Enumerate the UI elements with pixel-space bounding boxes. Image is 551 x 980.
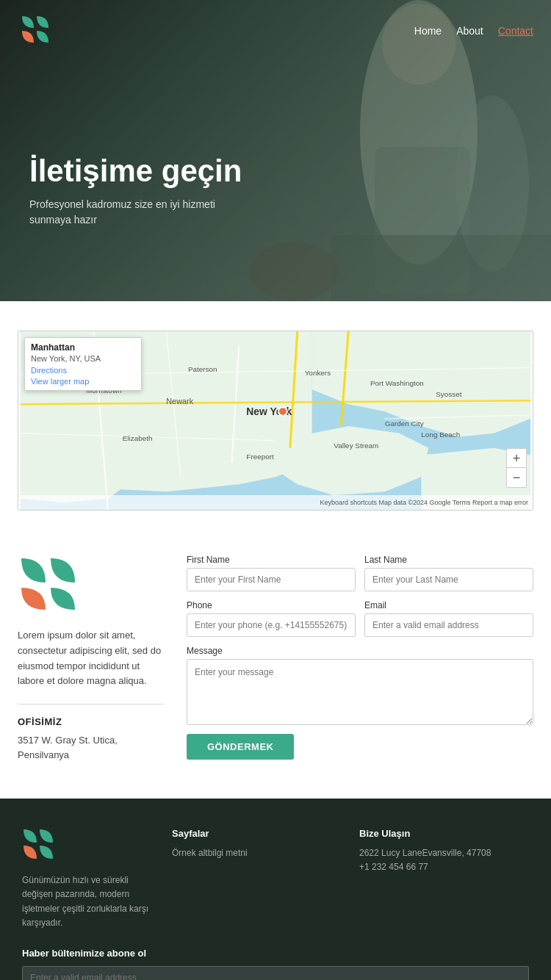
- nav-contact[interactable]: Contact: [498, 25, 533, 37]
- map-directions-link[interactable]: Directions: [31, 366, 67, 375]
- svg-text:Newark: Newark: [166, 397, 194, 406]
- map-popup-title: Manhattan: [31, 342, 135, 353]
- map-container[interactable]: New York Newark Yonkers Morristown Pater…: [18, 331, 533, 511]
- message-group: Message: [187, 646, 533, 725]
- map-section: New York Newark Yonkers Morristown Pater…: [0, 301, 551, 525]
- office-address: 3517 W. Gray St. Utica, Pensilvanya: [18, 733, 165, 762]
- first-name-label: First Name: [187, 555, 356, 565]
- svg-text:Valley Stream: Valley Stream: [334, 442, 378, 450]
- message-label: Message: [187, 646, 533, 656]
- nav-about[interactable]: About: [456, 25, 483, 37]
- main-nav: Home About Contact: [414, 25, 533, 37]
- footer-brand-col: Günümüzün hızlı ve sürekli değişen pazar…: [22, 828, 154, 930]
- contact-left-col: Lorem ipsum dolor sit amet, consectetur …: [18, 555, 165, 762]
- svg-text:Yonkers: Yonkers: [305, 369, 331, 377]
- form-contact-row: Phone Email: [187, 600, 533, 637]
- map-zoom-controls: + −: [506, 448, 527, 488]
- svg-text:Port Washington: Port Washington: [370, 379, 424, 387]
- footer-contact-phone: +1 232 454 66 77: [359, 860, 529, 874]
- email-input[interactable]: [364, 613, 533, 637]
- footer-newsletter-title: Haber bültenimize abone ol: [22, 948, 529, 959]
- map-footer: Keyboard shortcuts Map data ©2024 Google…: [18, 495, 533, 510]
- footer-logo: [22, 828, 62, 860]
- nav-home[interactable]: Home: [414, 25, 442, 37]
- site-header: Home About Contact: [0, 0, 551, 62]
- map-footer-text: Keyboard shortcuts Map data ©2024 Google…: [320, 499, 528, 506]
- footer-contact-title: Bize Ulaşın: [359, 828, 529, 839]
- footer-tagline: Günümüzün hızlı ve sürekli değişen pazar…: [22, 873, 154, 930]
- contact-description: Lorem ipsum dolor sit amet, consectetur …: [18, 628, 165, 689]
- contact-form: First Name Last Name Phone Email Message…: [187, 555, 533, 760]
- svg-text:Elizabeth: Elizabeth: [123, 434, 153, 442]
- map-popup: Manhattan New York, NY, USA Directions V…: [24, 337, 142, 391]
- map-popup-address: New York, NY, USA: [31, 354, 135, 363]
- first-name-input[interactable]: [187, 568, 356, 591]
- site-footer: Günümüzün hızlı ve sürekli değişen pazar…: [0, 799, 551, 980]
- map-zoom-in[interactable]: +: [507, 449, 526, 468]
- footer-pages-text: Örnek altbilgi metni: [172, 846, 342, 860]
- hero-section: Home About Contact İletişime geçin Profe…: [0, 0, 551, 301]
- contact-section: Lorem ipsum dolor sit amet, consectetur …: [0, 525, 551, 799]
- footer-pages-col: Sayfalar Örnek altbilgi metni: [172, 828, 342, 930]
- hero-title: İletişime geçin: [29, 154, 242, 188]
- footer-pages-title: Sayfalar: [172, 828, 342, 839]
- contact-divider: [18, 704, 165, 705]
- footer-contact-col: Bize Ulaşın 2622 Lucy LaneEvansville, 47…: [359, 828, 529, 930]
- svg-text:Freeport: Freeport: [246, 453, 274, 461]
- map-zoom-out[interactable]: −: [507, 468, 526, 487]
- footer-newsletter-col: Haber bültenimize abone ol GÖNDERMEK: [22, 948, 529, 980]
- footer-email-input[interactable]: [22, 966, 529, 980]
- first-name-group: First Name: [187, 555, 356, 591]
- svg-point-33: [278, 407, 287, 416]
- svg-text:Paterson: Paterson: [188, 365, 217, 373]
- svg-point-5: [250, 242, 338, 301]
- map-larger-link[interactable]: View larger map: [31, 377, 135, 386]
- last-name-label: Last Name: [364, 555, 533, 565]
- svg-text:Garden City: Garden City: [385, 419, 424, 428]
- phone-input[interactable]: [187, 613, 356, 637]
- footer-contact-address: 2622 Lucy LaneEvansville, 47708: [359, 846, 529, 860]
- svg-text:Long Beach: Long Beach: [421, 430, 460, 439]
- svg-rect-4: [331, 235, 551, 301]
- email-label: Email: [364, 600, 533, 610]
- form-name-row: First Name Last Name: [187, 555, 533, 591]
- office-title: OFİSİMİZ: [18, 716, 165, 727]
- phone-group: Phone: [187, 600, 356, 637]
- email-group: Email: [364, 600, 533, 637]
- contact-logo: [18, 555, 91, 613]
- logo[interactable]: [18, 12, 53, 50]
- last-name-group: Last Name: [364, 555, 533, 591]
- message-textarea[interactable]: [187, 659, 533, 725]
- svg-text:Syosset: Syosset: [436, 390, 461, 398]
- phone-label: Phone: [187, 600, 356, 610]
- hero-content: İletişime geçin Profesyonel kadromuz siz…: [29, 154, 242, 228]
- hero-subtitle: Profesyonel kadromuz size en iyi hizmeti…: [29, 197, 242, 228]
- last-name-input[interactable]: [364, 568, 533, 591]
- submit-button[interactable]: GÖNDERMEK: [187, 734, 294, 760]
